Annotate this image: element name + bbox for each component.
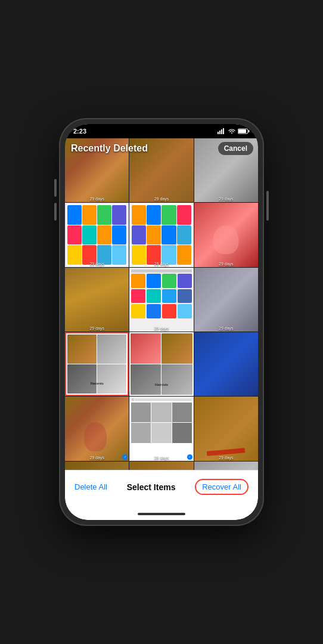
- photo-cell[interactable]: 29 days: [65, 462, 129, 470]
- home-bar[interactable]: [138, 513, 185, 515]
- photo-grid: 29 days 29 days 29 days: [65, 138, 258, 470]
- phone-frame: 2:23: [60, 119, 263, 525]
- photo-cell[interactable]: 29 days: [194, 268, 258, 332]
- photo-cell-screenshot2[interactable]: ✓ 29 days: [129, 397, 193, 460]
- svg-rect-6: [238, 129, 246, 133]
- volume-down-button[interactable]: [54, 203, 57, 221]
- svg-rect-5: [249, 130, 250, 132]
- days-label: 29 days: [194, 456, 258, 460]
- photo-cell[interactable]: ✓ 29 days: [65, 397, 129, 460]
- days-label: 29 days: [129, 456, 193, 460]
- days-label: 29 days: [194, 262, 258, 266]
- screen-content: 2:23: [65, 124, 258, 520]
- bottom-toolbar: Delete All Select Items Recover All: [65, 470, 258, 508]
- notch: [138, 124, 185, 134]
- photo-cell[interactable]: 29 days: [194, 203, 258, 267]
- photo-cell-folder-haircuts[interactable]: Haircuts: [129, 332, 193, 396]
- photo-grid-area: Recently Deleted Cancel 29 days 29 days …: [65, 138, 258, 470]
- days-label: 29 days: [65, 326, 129, 330]
- photo-cell-blue[interactable]: [194, 332, 258, 396]
- battery-icon: [238, 128, 250, 134]
- days-label: 29 days: [129, 262, 193, 266]
- delete-all-button[interactable]: Delete All: [74, 482, 107, 491]
- photo-cell-folder-selected[interactable]: Recents: [65, 332, 129, 396]
- cancel-button[interactable]: Cancel: [218, 142, 253, 155]
- select-items-label: Select Items: [127, 482, 176, 492]
- days-label: 29 days: [65, 262, 129, 266]
- svg-rect-3: [223, 128, 224, 134]
- days-label: 29 days: [194, 197, 258, 201]
- photo-cell[interactable]: 29 days: [65, 268, 129, 332]
- status-time: 2:23: [73, 128, 86, 135]
- photo-cell[interactable]: 29 days: [129, 462, 193, 470]
- wifi-icon: [228, 128, 235, 134]
- recently-deleted-title: Recently Deleted: [71, 143, 148, 154]
- status-icons: [218, 128, 250, 134]
- photo-cell[interactable]: 29 days: [194, 397, 258, 460]
- photo-cell-app-screenshot[interactable]: 29 days: [129, 268, 193, 332]
- days-label: 29 days: [129, 197, 193, 201]
- recover-all-button[interactable]: Recover All: [195, 479, 249, 495]
- signal-icon: [218, 128, 226, 134]
- photo-cell[interactable]: 29 days: [194, 462, 258, 470]
- photo-cell[interactable]: 29 days: [65, 203, 129, 267]
- svg-rect-0: [218, 132, 219, 134]
- home-indicator: [65, 508, 258, 520]
- svg-rect-2: [221, 129, 222, 134]
- photo-cell[interactable]: 29 days: [129, 203, 193, 267]
- days-label: 29 days: [129, 326, 193, 330]
- volume-up-button[interactable]: [54, 179, 57, 197]
- days-label: 29 days: [194, 326, 258, 330]
- days-label: 29 days: [65, 456, 129, 460]
- svg-rect-1: [219, 131, 220, 134]
- status-bar: 2:23: [65, 124, 258, 138]
- power-button[interactable]: [266, 191, 269, 221]
- phone-screen: 2:23: [65, 124, 258, 520]
- days-label: 29 days: [65, 197, 129, 201]
